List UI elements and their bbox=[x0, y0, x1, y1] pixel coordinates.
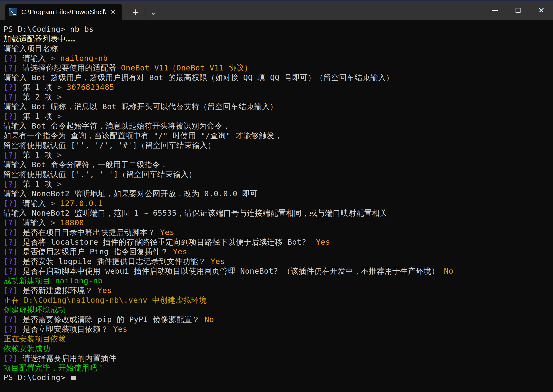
tab-title: C:\Program Files\PowerShell\7 bbox=[21, 8, 106, 16]
terminal-text-segment: 如果有一个指令为 查询，当该配置项中有 "/" 时使用 "/查询" 才能够触发， bbox=[3, 131, 282, 140]
terminal-line: PS D:\Coding> nb bs bbox=[3, 24, 551, 34]
terminal-text-segment: 项目配置完毕，开始使用吧！ bbox=[3, 363, 105, 372]
terminal-text-segment: [?] bbox=[3, 354, 18, 362]
terminal-text-segment: 请输入 Bot 超级用户，超级用户拥有对 Bot 的最高权限（如对接 QQ 填 … bbox=[3, 73, 394, 82]
terminal-text-segment: 3076823485 bbox=[67, 83, 114, 92]
terminal-text-segment: [?] bbox=[3, 247, 18, 256]
terminal-line: [?] 第 1 项 > bbox=[3, 111, 551, 121]
terminal-text-segment: 正在安装项目依赖 bbox=[3, 334, 66, 343]
titlebar: >_ C:\Program Files\PowerShell\7 ✕ + ⌄ ✕ bbox=[0, 1, 553, 20]
terminal-text-segment: 第 1 项 bbox=[18, 179, 57, 188]
terminal-line: PS D:\Coding> bbox=[3, 373, 551, 382]
terminal-text-segment: [?] bbox=[3, 54, 18, 63]
terminal-text-segment: nb bbox=[70, 25, 79, 33]
terminal-line: 请输入 Bot 命令起始字符，消息以起始符开头将被识别为命令， bbox=[3, 121, 551, 131]
terminal-line: [?] 是否在启动脚本中使用 webui 插件启动项目以使用网页管理 NoneB… bbox=[3, 266, 551, 276]
terminal-line: [?] 第 1 项 > 3076823485 bbox=[3, 82, 551, 92]
terminal-line: 留空将使用默认值 ['', '/', '#']（留空回车结束输入） bbox=[3, 140, 551, 150]
terminal-text-segment: 127.0.0.1 bbox=[60, 199, 103, 208]
terminal-line: 如果有一个指令为 查询，当该配置项中有 "/" 时使用 "/查询" 才能够触发， bbox=[3, 131, 551, 140]
terminal-text-segment: [?] bbox=[3, 237, 18, 246]
terminal-text-segment: > bbox=[57, 112, 62, 121]
titlebar-drag-region[interactable] bbox=[160, 1, 483, 20]
terminal-text-segment: 请输入 Bot 命令起始字符，消息以起始符开头将被识别为命令， bbox=[3, 121, 230, 130]
terminal-text-segment: 是否需要修改或清除 pip 的 PyPI 镜像源配置？ bbox=[18, 315, 205, 324]
terminal-text-segment: [?] bbox=[3, 63, 18, 72]
terminal-text-segment: [?] bbox=[3, 218, 18, 227]
terminal-text-segment: No bbox=[444, 266, 453, 275]
terminal-text-segment: 请选择需要启用的内置插件 bbox=[18, 354, 116, 362]
terminal-line: 请输入项目名称 bbox=[3, 44, 551, 53]
terminal-text-segment: PS D:\Coding> bbox=[3, 373, 70, 382]
terminal-line: 留空将使用默认值 ['.', ' ']（留空回车结束输入） bbox=[3, 169, 551, 179]
terminal-text-segment: 请输入 Bot 昵称，消息以 Bot 昵称开头可以代替艾特（留空回车结束输入） bbox=[3, 102, 277, 111]
terminal-text-segment: [?] bbox=[3, 228, 18, 237]
terminal-text-segment: Yes bbox=[113, 325, 127, 333]
terminal-text-segment: 成功新建项目 nailong-nb bbox=[3, 276, 103, 285]
terminal-text-segment: [?] bbox=[3, 179, 18, 188]
terminal-text-segment: 是否将 localstore 插件的存储路径重定向到项目路径下以便于后续迁移 B… bbox=[18, 237, 316, 246]
close-button[interactable]: ✕ bbox=[530, 1, 553, 20]
powershell-icon: >_ bbox=[9, 8, 17, 16]
terminal-line: [?] 第 1 项 > bbox=[3, 150, 551, 160]
terminal-line: 正在安装项目依赖 bbox=[3, 334, 551, 344]
new-tab-button[interactable]: + bbox=[128, 4, 143, 20]
terminal-text-segment: 第 1 项 bbox=[18, 150, 57, 159]
terminal-line: 成功新建项目 nailong-nb bbox=[3, 276, 551, 286]
terminal-text-segment: 是否安装 logpile 插件提供日志记录到文件功能？ bbox=[18, 257, 211, 266]
terminal-text-segment: > bbox=[51, 218, 60, 227]
maximize-button[interactable] bbox=[506, 1, 530, 20]
terminal-text-segment: > bbox=[57, 83, 66, 92]
terminal-line: [?] 请选择你想要使用的适配器 OneBot V11（OneBot V11 协… bbox=[3, 63, 551, 73]
terminal-text-segment: [?] bbox=[3, 199, 18, 208]
minimize-icon bbox=[492, 10, 498, 11]
terminal-text-segment: 请输入项目名称 bbox=[3, 44, 58, 53]
tab-close-icon[interactable]: ✕ bbox=[109, 8, 118, 17]
terminal-text-segment: > bbox=[51, 199, 60, 208]
terminal-text-segment: [?] bbox=[3, 325, 18, 333]
terminal-text-segment: 请输入 bbox=[18, 199, 51, 208]
terminal-line: 正在 D:\Coding\nailong-nb\.venv 中创建虚拟环境 bbox=[3, 295, 551, 305]
terminal-text-segment: > bbox=[57, 92, 62, 101]
terminal-line: 创建虚拟环境成功 bbox=[3, 305, 551, 315]
terminal-text-segment: > bbox=[57, 179, 62, 188]
terminal-text-segment: PS D:\Coding> bbox=[3, 25, 70, 33]
terminal-text-segment: 依赖安装成功 bbox=[3, 344, 50, 353]
terminal-text-segment: 18800 bbox=[60, 218, 84, 227]
terminal-line: 请输入 NoneBot2 监听地址，如果要对公网开放，改为 0.0.0.0 即可 bbox=[3, 189, 551, 198]
terminal-text-segment: 请输入 bbox=[18, 54, 51, 63]
terminal-text-segment: 是否新建虚拟环境？ bbox=[18, 286, 98, 295]
terminal-text-segment: 留空将使用默认值 ['', '/', '#']（留空回车结束输入） bbox=[3, 141, 215, 150]
terminal-text-segment: 加载适配器列表中…… bbox=[3, 34, 75, 43]
terminal-text-segment: [?] bbox=[3, 112, 18, 121]
terminal-text-segment: 是否立即安装项目依赖？ bbox=[18, 325, 113, 333]
terminal-text-segment: 请输入 NoneBot2 监听地址，如果要对公网开放，改为 0.0.0.0 即可 bbox=[3, 189, 258, 198]
terminal-line: 项目配置完毕，开始使用吧！ bbox=[3, 363, 551, 373]
terminal-text-segment: 请输入 NoneBot2 监听端口，范围 1 ~ 65535，请保证该端口号与连… bbox=[3, 208, 388, 217]
terminal-line: [?] 是否需要修改或清除 pip 的 PyPI 镜像源配置？ No bbox=[3, 315, 551, 324]
terminal-line: [?] 请选择需要启用的内置插件 bbox=[3, 353, 551, 363]
terminal-line: 加载适配器列表中…… bbox=[3, 34, 551, 44]
terminal-text-segment: 第 1 项 bbox=[18, 112, 57, 121]
tab-powershell[interactable]: >_ C:\Program Files\PowerShell\7 ✕ bbox=[5, 4, 122, 20]
terminal-text-segment: Yes bbox=[97, 286, 112, 295]
terminal-text-segment: Yes bbox=[160, 228, 174, 237]
terminal-text-segment: Yes bbox=[173, 247, 187, 256]
terminal-output[interactable]: PS D:\Coding> nb bs加载适配器列表中……请输入项目名称[?] … bbox=[0, 20, 553, 392]
terminal-line: [?] 是否在项目目录中释出快捷启动脚本？ Yes bbox=[3, 228, 551, 237]
terminal-line: [?] 请输入 > 127.0.0.1 bbox=[3, 198, 551, 208]
terminal-text-segment: nailong-nb bbox=[60, 54, 108, 63]
terminal-text-segment: [?] bbox=[3, 150, 18, 159]
terminal-text-segment: [?] bbox=[3, 257, 18, 266]
terminal-line: [?] 第 2 项 > bbox=[3, 92, 551, 102]
tabbar-divider bbox=[145, 7, 145, 17]
terminal-text-segment: [?] bbox=[3, 83, 18, 92]
terminal-text-segment: Yes bbox=[316, 237, 330, 246]
minimize-button[interactable] bbox=[483, 1, 506, 20]
tab-dropdown-button[interactable]: ⌄ bbox=[146, 4, 160, 20]
terminal-line: 请输入 NoneBot2 监听端口，范围 1 ~ 65535，请保证该端口号与连… bbox=[3, 208, 551, 218]
terminal-text-segment: 是否在项目目录中释出快捷启动脚本？ bbox=[18, 228, 160, 237]
terminal-window: >_ C:\Program Files\PowerShell\7 ✕ + ⌄ ✕… bbox=[0, 0, 553, 392]
terminal-text-segment: 第 2 项 bbox=[18, 92, 57, 101]
terminal-text-segment: [?] bbox=[3, 286, 18, 295]
